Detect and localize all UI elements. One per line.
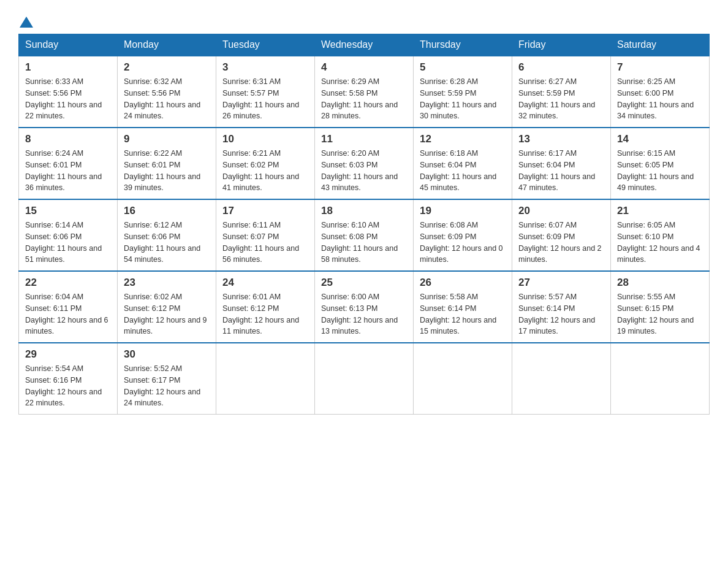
day-number: 29: [25, 348, 111, 361]
calendar-day-cell: 24 Sunrise: 6:01 AMSunset: 6:12 PMDaylig…: [216, 271, 315, 343]
day-number: 2: [124, 61, 210, 74]
day-number: 14: [617, 133, 703, 145]
day-info: Sunrise: 5:52 AMSunset: 6:17 PMDaylight:…: [124, 364, 200, 407]
calendar-day-cell: 4 Sunrise: 6:29 AMSunset: 5:58 PMDayligh…: [315, 56, 414, 128]
day-info: Sunrise: 5:54 AMSunset: 6:16 PMDaylight:…: [25, 364, 102, 407]
header-wednesday: Wednesday: [315, 34, 414, 56]
day-number: 4: [321, 61, 407, 74]
day-number: 20: [518, 205, 604, 217]
calendar-day-cell: 1 Sunrise: 6:33 AMSunset: 5:56 PMDayligh…: [19, 56, 118, 128]
calendar-day-cell: [216, 343, 315, 415]
day-info: Sunrise: 6:20 AMSunset: 6:03 PMDaylight:…: [321, 149, 398, 192]
day-number: 24: [222, 277, 308, 289]
calendar-day-cell: 19 Sunrise: 6:08 AMSunset: 6:09 PMDaylig…: [414, 199, 512, 271]
day-info: Sunrise: 6:17 AMSunset: 6:04 PMDaylight:…: [518, 149, 595, 192]
calendar-day-cell: 15 Sunrise: 6:14 AMSunset: 6:06 PMDaylig…: [19, 199, 118, 271]
day-info: Sunrise: 6:18 AMSunset: 6:04 PMDaylight:…: [420, 149, 496, 192]
calendar-day-cell: 16 Sunrise: 6:12 AMSunset: 6:06 PMDaylig…: [118, 199, 216, 271]
header-tuesday: Tuesday: [216, 34, 315, 56]
day-info: Sunrise: 6:01 AMSunset: 6:12 PMDaylight:…: [222, 293, 299, 335]
day-info: Sunrise: 6:24 AMSunset: 6:01 PMDaylight:…: [25, 149, 102, 192]
calendar-day-cell: 21 Sunrise: 6:05 AMSunset: 6:10 PMDaylig…: [611, 199, 710, 271]
calendar-day-cell: 13 Sunrise: 6:17 AMSunset: 6:04 PMDaylig…: [512, 128, 611, 199]
calendar-day-cell: [315, 343, 414, 415]
calendar-week-row: 8 Sunrise: 6:24 AMSunset: 6:01 PMDayligh…: [19, 128, 710, 199]
calendar-day-cell: 3 Sunrise: 6:31 AMSunset: 5:57 PMDayligh…: [216, 56, 315, 128]
day-number: 19: [420, 205, 506, 217]
day-info: Sunrise: 6:32 AMSunset: 5:56 PMDaylight:…: [124, 77, 200, 120]
day-number: 9: [124, 133, 210, 145]
day-info: Sunrise: 6:21 AMSunset: 6:02 PMDaylight:…: [222, 149, 299, 192]
day-info: Sunrise: 5:57 AMSunset: 6:14 PMDaylight:…: [518, 293, 595, 335]
day-info: Sunrise: 6:07 AMSunset: 6:09 PMDaylight:…: [518, 221, 602, 264]
calendar-week-row: 29 Sunrise: 5:54 AMSunset: 6:16 PMDaylig…: [19, 343, 710, 415]
calendar-week-row: 1 Sunrise: 6:33 AMSunset: 5:56 PMDayligh…: [19, 56, 710, 128]
day-info: Sunrise: 6:08 AMSunset: 6:09 PMDaylight:…: [420, 221, 503, 264]
day-info: Sunrise: 5:55 AMSunset: 6:15 PMDaylight:…: [617, 293, 694, 335]
calendar-day-cell: 30 Sunrise: 5:52 AMSunset: 6:17 PMDaylig…: [118, 343, 216, 415]
day-info: Sunrise: 6:04 AMSunset: 6:11 PMDaylight:…: [25, 293, 108, 335]
day-info: Sunrise: 6:14 AMSunset: 6:06 PMDaylight:…: [25, 221, 102, 264]
calendar-day-cell: 14 Sunrise: 6:15 AMSunset: 6:05 PMDaylig…: [611, 128, 710, 199]
logo: [18, 12, 33, 28]
header-monday: Monday: [118, 34, 216, 56]
calendar-day-cell: 20 Sunrise: 6:07 AMSunset: 6:09 PMDaylig…: [512, 199, 611, 271]
calendar-day-cell: 11 Sunrise: 6:20 AMSunset: 6:03 PMDaylig…: [315, 128, 414, 199]
calendar-day-cell: 27 Sunrise: 5:57 AMSunset: 6:14 PMDaylig…: [512, 271, 611, 343]
calendar-day-cell: 22 Sunrise: 6:04 AMSunset: 6:11 PMDaylig…: [19, 271, 118, 343]
calendar-day-cell: 10 Sunrise: 6:21 AMSunset: 6:02 PMDaylig…: [216, 128, 315, 199]
day-number: 1: [25, 61, 111, 74]
svg-marker-0: [20, 17, 33, 28]
header-thursday: Thursday: [414, 34, 512, 56]
day-number: 8: [25, 133, 111, 145]
calendar-day-cell: 26 Sunrise: 5:58 AMSunset: 6:14 PMDaylig…: [414, 271, 512, 343]
day-number: 27: [518, 277, 604, 289]
calendar-day-cell: [414, 343, 512, 415]
calendar-day-cell: [611, 343, 710, 415]
day-info: Sunrise: 6:05 AMSunset: 6:10 PMDaylight:…: [617, 221, 700, 264]
day-number: 6: [518, 61, 604, 74]
day-info: Sunrise: 6:25 AMSunset: 6:00 PMDaylight:…: [617, 77, 694, 120]
calendar-day-cell: 6 Sunrise: 6:27 AMSunset: 5:59 PMDayligh…: [512, 56, 611, 128]
day-info: Sunrise: 6:02 AMSunset: 6:12 PMDaylight:…: [124, 293, 207, 335]
day-info: Sunrise: 6:22 AMSunset: 6:01 PMDaylight:…: [124, 149, 200, 192]
day-number: 23: [124, 277, 210, 289]
calendar-day-cell: [512, 343, 611, 415]
calendar-header-row: Sunday Monday Tuesday Wednesday Thursday…: [19, 34, 710, 56]
calendar-day-cell: 9 Sunrise: 6:22 AMSunset: 6:01 PMDayligh…: [118, 128, 216, 199]
day-number: 30: [124, 348, 210, 361]
day-number: 16: [124, 205, 210, 217]
day-info: Sunrise: 5:58 AMSunset: 6:14 PMDaylight:…: [420, 293, 496, 335]
day-info: Sunrise: 6:15 AMSunset: 6:05 PMDaylight:…: [617, 149, 694, 192]
calendar-week-row: 22 Sunrise: 6:04 AMSunset: 6:11 PMDaylig…: [19, 271, 710, 343]
header-friday: Friday: [512, 34, 611, 56]
day-info: Sunrise: 6:27 AMSunset: 5:59 PMDaylight:…: [518, 77, 595, 120]
calendar-table: Sunday Monday Tuesday Wednesday Thursday…: [18, 34, 710, 415]
day-number: 18: [321, 205, 407, 217]
header-sunday: Sunday: [19, 34, 118, 56]
day-info: Sunrise: 6:10 AMSunset: 6:08 PMDaylight:…: [321, 221, 398, 264]
day-number: 11: [321, 133, 407, 145]
page-header: [18, 12, 710, 28]
calendar-day-cell: 28 Sunrise: 5:55 AMSunset: 6:15 PMDaylig…: [611, 271, 710, 343]
day-info: Sunrise: 6:11 AMSunset: 6:07 PMDaylight:…: [222, 221, 299, 264]
day-number: 15: [25, 205, 111, 217]
day-number: 22: [25, 277, 111, 289]
calendar-day-cell: 23 Sunrise: 6:02 AMSunset: 6:12 PMDaylig…: [118, 271, 216, 343]
day-info: Sunrise: 6:29 AMSunset: 5:58 PMDaylight:…: [321, 77, 398, 120]
calendar-day-cell: 7 Sunrise: 6:25 AMSunset: 6:00 PMDayligh…: [611, 56, 710, 128]
day-number: 26: [420, 277, 506, 289]
day-number: 3: [222, 61, 308, 74]
day-info: Sunrise: 6:12 AMSunset: 6:06 PMDaylight:…: [124, 221, 200, 264]
day-number: 28: [617, 277, 703, 289]
calendar-day-cell: 25 Sunrise: 6:00 AMSunset: 6:13 PMDaylig…: [315, 271, 414, 343]
day-number: 5: [420, 61, 506, 74]
day-info: Sunrise: 6:28 AMSunset: 5:59 PMDaylight:…: [420, 77, 496, 120]
day-info: Sunrise: 6:31 AMSunset: 5:57 PMDaylight:…: [222, 77, 299, 120]
calendar-day-cell: 5 Sunrise: 6:28 AMSunset: 5:59 PMDayligh…: [414, 56, 512, 128]
day-number: 10: [222, 133, 308, 145]
header-saturday: Saturday: [611, 34, 710, 56]
day-number: 25: [321, 277, 407, 289]
day-number: 7: [617, 61, 703, 74]
logo-triangle-icon: [20, 14, 33, 28]
